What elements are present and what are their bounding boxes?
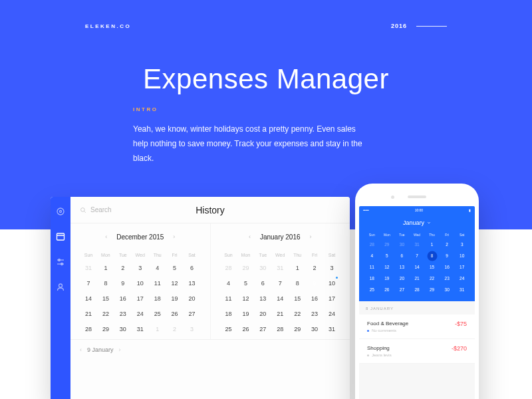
calendar-day[interactable]: 4 xyxy=(149,260,166,275)
sliders-icon[interactable] xyxy=(55,257,66,267)
calendar-day[interactable]: 3 xyxy=(454,239,469,249)
calendar-day[interactable]: 10 xyxy=(323,275,340,291)
calendar-day[interactable]: 11 xyxy=(364,262,380,272)
calendar-day[interactable]: 2 xyxy=(440,239,455,249)
calendar-day[interactable]: 30 xyxy=(114,321,132,336)
calendar-day[interactable]: 31 xyxy=(323,321,340,336)
calendar-day[interactable]: 26 xyxy=(237,321,254,336)
calendar-day[interactable]: 1 xyxy=(149,321,166,336)
calendar-day[interactable]: 12 xyxy=(166,275,184,291)
calendar-day[interactable]: 30 xyxy=(254,260,271,275)
calendar-day[interactable]: 19 xyxy=(166,291,184,306)
calendar-day[interactable]: 29 xyxy=(289,321,306,336)
calendar-day[interactable]: 27 xyxy=(394,285,410,295)
calendar-day[interactable]: 28 xyxy=(271,321,289,336)
calendar-day[interactable]: 13 xyxy=(394,262,410,272)
calendar-day[interactable]: 27 xyxy=(184,306,201,321)
chevron-left-icon[interactable]: ‹ xyxy=(105,233,107,240)
chevron-left-icon[interactable]: ‹ xyxy=(80,346,82,353)
calendar-day[interactable]: 18 xyxy=(149,291,166,306)
calendar-day[interactable]: 28 xyxy=(220,260,237,275)
calendar-day[interactable]: 31 xyxy=(80,260,97,275)
calendar-day[interactable]: 31 xyxy=(454,285,469,295)
calendar-day[interactable]: 3 xyxy=(132,260,149,275)
calendar-day[interactable]: 24 xyxy=(323,306,340,321)
calendar-day[interactable]: 6 xyxy=(254,275,271,291)
calendar-day[interactable]: 21 xyxy=(271,306,289,321)
phone-month-selector[interactable]: January xyxy=(364,219,469,226)
calendar-day[interactable]: 17 xyxy=(454,262,469,272)
calendar-day[interactable]: 15 xyxy=(424,262,440,272)
calendar-day[interactable]: 29 xyxy=(97,321,114,336)
calendar-day[interactable]: 28 xyxy=(410,285,425,295)
calendar-icon[interactable] xyxy=(55,231,66,242)
calendar-day[interactable]: 9 xyxy=(114,275,132,291)
calendar-day[interactable]: 10 xyxy=(132,275,149,291)
calendar-day[interactable]: 3 xyxy=(323,260,340,275)
calendar-day[interactable]: 23 xyxy=(440,273,455,283)
calendar-day[interactable]: 21 xyxy=(410,273,425,283)
chevron-left-icon[interactable]: ‹ xyxy=(249,233,251,240)
calendar-day[interactable]: 18 xyxy=(364,273,380,283)
calendar-day[interactable]: 1 xyxy=(97,260,114,275)
calendar-day[interactable]: 1 xyxy=(424,239,440,249)
calendar-day[interactable]: 4 xyxy=(220,275,237,291)
calendar-day[interactable]: 17 xyxy=(132,291,149,306)
calendar-day[interactable]: 30 xyxy=(394,239,410,249)
calendar-day[interactable]: 26 xyxy=(380,285,395,295)
calendar-day[interactable]: 31 xyxy=(271,260,289,275)
calendar-day[interactable]: 20 xyxy=(254,306,271,321)
calendar-day[interactable]: 23 xyxy=(114,306,132,321)
calendar-day[interactable]: 26 xyxy=(166,306,184,321)
calendar-day[interactable]: 9 xyxy=(440,251,455,261)
calendar-day[interactable]: 13 xyxy=(254,291,271,306)
calendar-day[interactable]: 29 xyxy=(237,260,254,275)
calendar-day[interactable]: 24 xyxy=(454,273,469,283)
calendar-day[interactable]: 5 xyxy=(166,260,184,275)
calendar-day[interactable]: 13 xyxy=(184,275,201,291)
calendar-day[interactable]: 2 xyxy=(166,321,184,336)
calendar-day[interactable]: 19 xyxy=(380,273,395,283)
expense-item[interactable]: ShoppingJeans levis-$270 xyxy=(359,339,475,364)
calendar-day[interactable]: 30 xyxy=(440,285,455,295)
calendar-day[interactable]: 8 xyxy=(97,275,114,291)
calendar-day[interactable]: 21 xyxy=(80,306,97,321)
calendar-day[interactable]: 29 xyxy=(380,239,395,249)
calendar-day[interactable]: 22 xyxy=(289,306,306,321)
calendar-day[interactable]: 20 xyxy=(184,291,201,306)
calendar-day[interactable]: 30 xyxy=(306,321,323,336)
expense-item[interactable]: Food & BeverageNo comments-$75 xyxy=(359,315,475,339)
calendar-day[interactable]: 28 xyxy=(364,239,380,249)
calendar-day[interactable]: 14 xyxy=(80,291,97,306)
calendar-day[interactable]: 16 xyxy=(114,291,132,306)
calendar-day[interactable]: 11 xyxy=(220,291,237,306)
search-input[interactable]: Search xyxy=(80,206,112,213)
calendar-day[interactable]: 29 xyxy=(424,285,440,295)
calendar-day[interactable]: 7 xyxy=(80,275,97,291)
calendar-day[interactable]: 2 xyxy=(306,260,323,275)
calendar-day[interactable]: 25 xyxy=(364,285,380,295)
calendar-day[interactable]: 25 xyxy=(149,306,166,321)
calendar-day[interactable]: 6 xyxy=(394,251,410,261)
calendar-day[interactable]: 14 xyxy=(410,262,425,272)
chevron-right-icon[interactable]: › xyxy=(310,233,312,240)
chevron-right-icon[interactable]: › xyxy=(119,346,121,353)
calendar-day[interactable]: 3 xyxy=(184,321,201,336)
home-icon[interactable] xyxy=(55,206,66,217)
calendar-day[interactable]: 23 xyxy=(306,306,323,321)
calendar-day[interactable]: 18 xyxy=(220,306,237,321)
calendar-day[interactable]: 6 xyxy=(184,260,201,275)
calendar-day[interactable]: 27 xyxy=(254,321,271,336)
calendar-day[interactable]: 28 xyxy=(80,321,97,336)
calendar-day[interactable]: 17 xyxy=(323,291,340,306)
calendar-day[interactable]: 16 xyxy=(306,291,323,306)
calendar-day[interactable]: 5 xyxy=(237,275,254,291)
calendar-day[interactable]: 8 xyxy=(289,275,306,291)
calendar-day[interactable]: 31 xyxy=(410,239,425,249)
chevron-right-icon[interactable]: › xyxy=(173,233,175,240)
calendar-day[interactable]: 2 xyxy=(114,260,132,275)
calendar-day[interactable]: 25 xyxy=(220,321,237,336)
calendar-day[interactable]: 1 xyxy=(289,260,306,275)
calendar-day[interactable]: 12 xyxy=(380,262,395,272)
calendar-day[interactable]: 4 xyxy=(364,251,380,261)
